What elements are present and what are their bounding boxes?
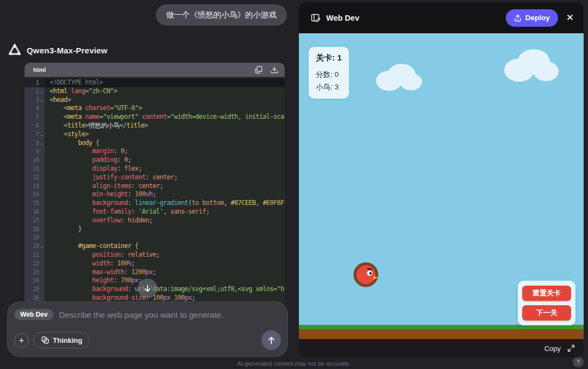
- code-line: 1⌄<!DOCTYPE html>: [24, 78, 285, 87]
- send-button[interactable]: [261, 330, 281, 350]
- code-line: 8⌄ body {: [24, 139, 285, 148]
- grass-strip: [299, 325, 584, 329]
- code-block: html 1⌄<!DOCTYPE html>2⌄<html lang="zh-C…: [24, 63, 285, 306]
- preview-panel-header: Web Dev Deploy ✕: [299, 2, 584, 33]
- ai-disclaimer: AI-generated content may not be accurate…: [0, 360, 588, 367]
- code-line: 6⌄ <title>愤怒的小鸟</title>: [24, 122, 285, 130]
- help-button[interactable]: ?: [573, 356, 584, 367]
- expand-fullscreen-icon[interactable]: [567, 344, 575, 352]
- webdev-preview-panel: Web Dev Deploy ✕ 关卡: 1 分数: 0 小鸟: 3: [299, 2, 584, 358]
- code-body: 1⌄<!DOCTYPE html>2⌄<html lang="zh-CN">3⌄…: [24, 77, 285, 303]
- code-line: 10⌄ padding: 0;: [24, 156, 285, 165]
- fold-toggle-icon[interactable]: ⌄: [39, 139, 45, 148]
- code-line: 22⌄ width: 100%;: [24, 259, 285, 268]
- code-line: 14⌄ min-height: 100vh;: [24, 190, 285, 199]
- copy-button[interactable]: Copy: [544, 344, 561, 353]
- model-name: Qwen3-Max-Preview: [27, 46, 107, 55]
- code-line: 15⌄ background: linear-gradient(to botto…: [24, 199, 285, 208]
- code-line: 16⌄ font-family: 'Arial', sans-serif;: [24, 208, 285, 216]
- close-panel-button[interactable]: ✕: [566, 13, 574, 22]
- scroll-to-bottom-button[interactable]: [138, 279, 157, 298]
- preview-footer: Copy: [299, 339, 584, 358]
- code-language-label: html: [33, 66, 46, 73]
- fold-toggle-icon[interactable]: ⌄: [39, 96, 45, 105]
- code-line: 3⌄<head>: [24, 96, 285, 105]
- code-line: 2⌄<html lang="zh-CN">: [24, 87, 285, 96]
- game-button-panel: 重置关卡 下一关: [518, 281, 575, 325]
- angry-bird[interactable]: [353, 262, 379, 288]
- app-root: 做一个《愤怒的小鸟》的小游戏 Qwen3-Max-Preview html: [0, 0, 588, 369]
- webdev-panel-icon: [311, 13, 321, 23]
- hud-level: 关卡: 1: [316, 53, 342, 63]
- prompt-input[interactable]: [59, 310, 280, 319]
- thinking-icon: [41, 336, 50, 344]
- dirt-ground: [299, 329, 584, 339]
- thinking-label: Thinking: [53, 336, 82, 344]
- fold-toggle-icon[interactable]: ⌄: [39, 87, 45, 96]
- arrow-down-icon: [143, 284, 152, 293]
- fold-toggle-icon[interactable]: ⌄: [39, 242, 45, 251]
- code-line: 20⌄ #game-container {: [24, 242, 285, 251]
- code-line: 5⌄ <meta name="viewport" content="width=…: [24, 113, 285, 122]
- game-canvas: 关卡: 1 分数: 0 小鸟: 3: [299, 33, 584, 339]
- add-attachment-button[interactable]: +: [14, 333, 29, 348]
- fold-toggle-icon[interactable]: ⌄: [39, 130, 45, 139]
- code-line: 23⌄ max-width: 1200px;: [24, 268, 285, 277]
- user-message-bubble: 做一个《愤怒的小鸟》的小游戏: [156, 4, 287, 26]
- code-line: 9⌄ margin: 0;: [24, 147, 285, 156]
- code-line: 19⌄: [24, 233, 285, 242]
- code-line: 7⌄ <style>: [24, 130, 285, 139]
- copy-code-icon[interactable]: [255, 66, 262, 74]
- deploy-upload-icon: [514, 14, 522, 22]
- cloud-shape: [374, 61, 424, 92]
- qwen-logo-icon: [8, 43, 22, 57]
- code-line: 11⌄ display: flex;: [24, 165, 285, 173]
- code-line: 18⌄ }: [24, 225, 285, 234]
- code-line: 13⌄ align-items: center;: [24, 182, 285, 191]
- code-block-header: html: [24, 63, 285, 77]
- composer: Web Dev + Thinking: [7, 301, 288, 357]
- model-header: Qwen3-Max-Preview: [8, 43, 107, 57]
- arrow-up-icon: [267, 336, 276, 345]
- thinking-toggle-button[interactable]: Thinking: [33, 332, 90, 348]
- code-line: 12⌄ justify-content: center;: [24, 173, 285, 182]
- code-line: 17⌄ overflow: hidden;: [24, 216, 285, 225]
- reset-level-button[interactable]: 重置关卡: [522, 286, 571, 301]
- preview-panel-title: Web Dev: [326, 14, 359, 22]
- cloud-shape: [501, 47, 560, 83]
- download-code-icon[interactable]: [271, 66, 278, 74]
- code-line: 4⌄ <meta charset="UTF-8">: [24, 104, 285, 113]
- hud-score: 分数: 0: [316, 68, 342, 81]
- deploy-button[interactable]: Deploy: [506, 9, 558, 27]
- game-hud: 关卡: 1 分数: 0 小鸟: 3: [309, 47, 349, 99]
- hud-birds: 小鸟: 3: [316, 81, 342, 93]
- next-level-button[interactable]: 下一关: [522, 305, 571, 320]
- deploy-label: Deploy: [525, 14, 550, 22]
- webdev-mode-badge[interactable]: Web Dev: [14, 309, 53, 320]
- code-line: 21⌄ position: relative;: [24, 251, 285, 259]
